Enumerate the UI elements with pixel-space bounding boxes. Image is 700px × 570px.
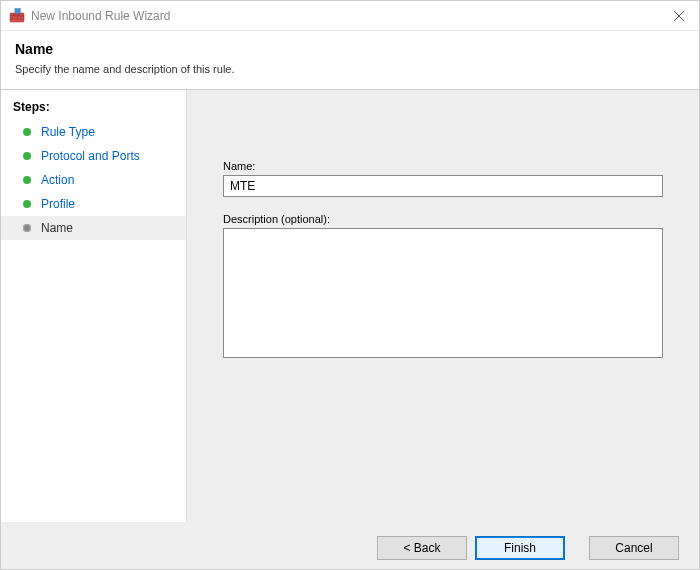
name-field-group: Name: xyxy=(223,160,663,197)
description-input[interactable] xyxy=(223,228,663,358)
steps-heading: Steps: xyxy=(1,96,186,120)
content-area: Steps: Rule Type Protocol and Ports Acti… xyxy=(1,90,699,522)
step-profile[interactable]: Profile xyxy=(1,192,186,216)
step-bullet-icon xyxy=(23,152,31,160)
title-bar: New Inbound Rule Wizard xyxy=(1,1,699,31)
close-icon xyxy=(674,11,684,21)
window-title: New Inbound Rule Wizard xyxy=(31,9,659,23)
step-rule-type[interactable]: Rule Type xyxy=(1,120,186,144)
step-label: Profile xyxy=(41,197,75,211)
step-bullet-icon xyxy=(23,224,31,232)
description-label: Description (optional): xyxy=(223,213,663,225)
step-action[interactable]: Action xyxy=(1,168,186,192)
firewall-icon xyxy=(9,8,25,24)
name-input[interactable] xyxy=(223,175,663,197)
step-bullet-icon xyxy=(23,176,31,184)
wizard-header: Name Specify the name and description of… xyxy=(1,31,699,89)
step-label: Protocol and Ports xyxy=(41,149,140,163)
wizard-footer: < Back Finish Cancel xyxy=(1,522,699,570)
step-label: Name xyxy=(41,221,73,235)
step-label: Action xyxy=(41,173,74,187)
step-label: Rule Type xyxy=(41,125,95,139)
step-name[interactable]: Name xyxy=(1,216,186,240)
name-label: Name: xyxy=(223,160,663,172)
step-bullet-icon xyxy=(23,128,31,136)
steps-sidebar: Steps: Rule Type Protocol and Ports Acti… xyxy=(1,90,187,522)
page-title: Name xyxy=(15,41,685,57)
step-protocol-and-ports[interactable]: Protocol and Ports xyxy=(1,144,186,168)
step-bullet-icon xyxy=(23,200,31,208)
back-button[interactable]: < Back xyxy=(377,536,467,560)
close-button[interactable] xyxy=(659,1,699,31)
page-subtitle: Specify the name and description of this… xyxy=(15,63,685,75)
finish-button[interactable]: Finish xyxy=(475,536,565,560)
description-field-group: Description (optional): xyxy=(223,213,663,361)
main-panel: Name: Description (optional): xyxy=(187,90,699,522)
cancel-button[interactable]: Cancel xyxy=(589,536,679,560)
